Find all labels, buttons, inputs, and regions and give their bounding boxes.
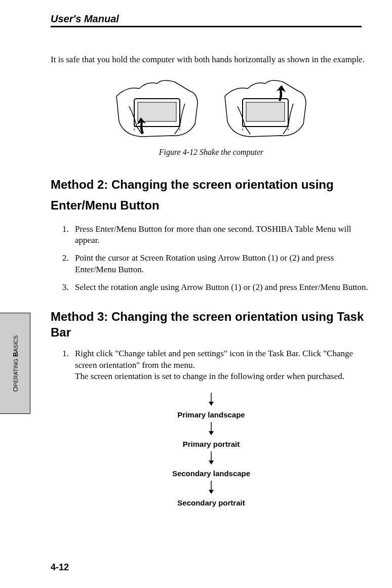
method3-step1-line1: Right click "Change tablet and pen setti… [75, 349, 353, 370]
figure-caption: Figure 4-12 Shake the computer [51, 148, 372, 157]
side-tab: OPERATING BASICS [0, 313, 30, 414]
method2-heading: Method 2: Changing the screen orientatio… [51, 175, 372, 216]
method3-step1-line2: The screen orientation is set to change … [75, 371, 344, 381]
svg-rect-1 [138, 102, 176, 121]
diagram-item-1: Primary landscape [140, 410, 282, 419]
diagram-item-2: Primary portrait [140, 440, 282, 448]
side-tab-bold: B [12, 352, 19, 359]
svg-rect-6 [246, 102, 285, 121]
figure-area: Figure 4-12 Shake the computer [51, 76, 372, 157]
arrow-down-icon [206, 481, 216, 494]
method2-step-3: Select the rotation angle using Arrow Bu… [71, 282, 372, 293]
orientation-diagram: Primary landscape Primary portrait Secon… [140, 393, 282, 507]
method3-heading: Method 3: Changing the screen orientatio… [51, 309, 372, 340]
svg-marker-15 [209, 460, 214, 465]
side-tab-word2: ASICS [13, 335, 19, 352]
shake-right-illustration [220, 76, 311, 142]
intro-paragraph: It is safe that you hold the computer wi… [51, 54, 372, 66]
content-area: It is safe that you hold the computer wi… [51, 46, 372, 510]
svg-marker-13 [209, 431, 214, 435]
arrow-down-icon [206, 422, 216, 435]
svg-marker-17 [209, 490, 214, 494]
method3-step-1: Right click "Change tablet and pen setti… [71, 348, 372, 383]
side-tab-prefix: O [12, 387, 19, 392]
page-number: 4-12 [51, 562, 69, 573]
side-tab-label: OPERATING BASICS [12, 318, 19, 409]
method3-list: Right click "Change tablet and pen setti… [51, 348, 372, 383]
header-title: User's Manual [51, 13, 119, 24]
page-header: User's Manual [51, 13, 362, 27]
shake-left-illustration [111, 76, 203, 142]
diagram-item-4: Secondary portrait [140, 498, 282, 507]
diagram-item-3: Secondary landscape [140, 469, 282, 478]
side-tab-word1: PERATING [13, 359, 19, 387]
arrow-down-icon [206, 451, 216, 465]
svg-marker-11 [209, 402, 214, 406]
method2-list: Press Enter/Menu Button for more than on… [51, 224, 372, 294]
arrow-down-icon [206, 393, 216, 406]
method2-step-2: Point the cursor at Screen Rotation usin… [71, 253, 372, 276]
method2-step-1: Press Enter/Menu Button for more than on… [71, 224, 372, 247]
